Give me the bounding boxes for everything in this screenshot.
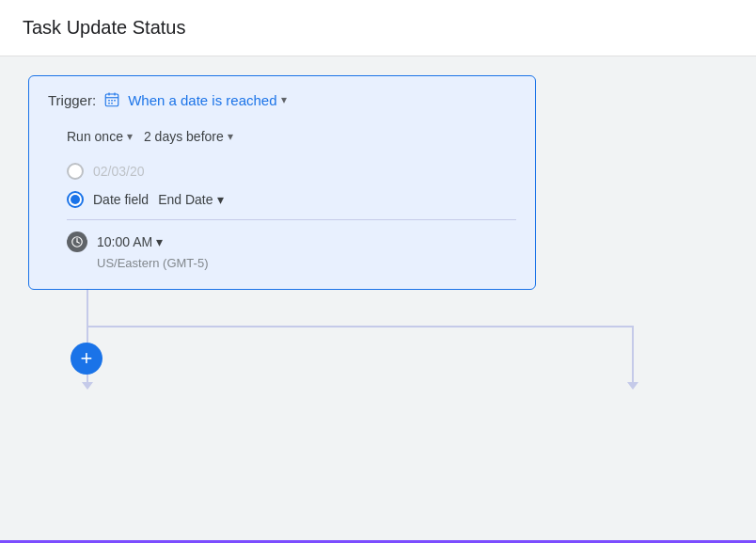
- page-title: Task Update Status: [23, 17, 733, 39]
- trigger-select-label: When a date is reached: [128, 92, 276, 108]
- svg-rect-5: [111, 100, 113, 102]
- trigger-chevron-icon: ▾: [281, 93, 287, 106]
- down-arrow-icon: [82, 382, 93, 390]
- time-row: 10:00 AM ▾: [48, 232, 516, 252]
- time-label: 10:00 AM: [97, 234, 152, 249]
- trigger-card: Trigger: When a date is reached ▾: [28, 75, 536, 290]
- date-field-radio-button[interactable]: [67, 191, 84, 208]
- date-radio-button[interactable]: [67, 163, 84, 180]
- time-button[interactable]: 10:00 AM ▾: [97, 234, 163, 249]
- svg-rect-6: [114, 100, 116, 102]
- trigger-label: Trigger:: [48, 92, 96, 108]
- divider: [67, 219, 516, 220]
- time-chevron-icon: ▾: [156, 234, 163, 249]
- connector-area: +: [87, 290, 728, 384]
- main-content: Trigger: When a date is reached ▾: [0, 56, 756, 403]
- date-field-label: Date field: [93, 192, 149, 207]
- timezone-text: US/Eastern (GMT-5): [48, 256, 516, 270]
- trigger-select-button[interactable]: When a date is reached ▾: [128, 92, 286, 108]
- right-down-arrow-icon: [627, 382, 638, 390]
- date-field-radio-row: Date field End Date ▾: [48, 191, 516, 208]
- right-connector-line: [632, 326, 634, 384]
- add-icon: +: [81, 348, 93, 369]
- trigger-row: Trigger: When a date is reached ▾: [48, 91, 516, 108]
- svg-line-11: [77, 242, 79, 243]
- calendar-icon: [103, 91, 120, 108]
- run-once-button[interactable]: Run once ▾: [67, 125, 133, 148]
- svg-rect-7: [108, 103, 110, 104]
- end-date-label: End Date: [158, 192, 213, 207]
- days-before-label: 2 days before: [144, 129, 224, 144]
- page-header: Task Update Status: [0, 0, 756, 56]
- days-before-button[interactable]: 2 days before ▾: [144, 125, 233, 148]
- days-before-chevron-icon: ▾: [228, 130, 233, 143]
- date-radio-row: 02/03/20: [48, 163, 516, 180]
- svg-rect-4: [108, 100, 110, 102]
- clock-icon: [67, 232, 87, 252]
- add-step-button[interactable]: +: [71, 343, 102, 375]
- end-date-button[interactable]: End Date ▾: [158, 192, 223, 207]
- run-once-label: Run once: [67, 129, 123, 144]
- options-row: Run once ▾ 2 days before ▾: [48, 125, 516, 148]
- svg-rect-8: [111, 103, 113, 104]
- run-once-chevron-icon: ▾: [127, 130, 133, 143]
- end-date-chevron-icon: ▾: [217, 192, 224, 207]
- date-placeholder-text: 02/03/20: [93, 164, 145, 179]
- horizontal-connector-line: [87, 326, 632, 327]
